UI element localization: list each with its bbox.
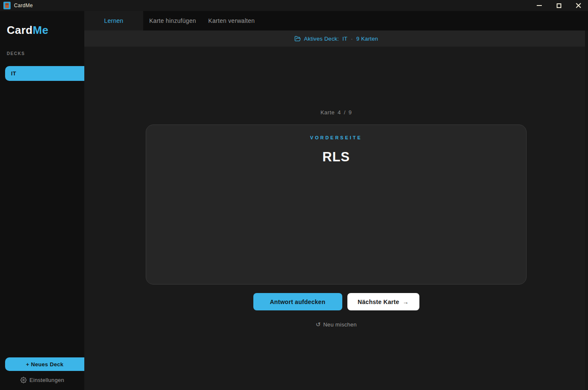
card-side-label: VORDERSEITE [310,135,362,140]
logo-part-1: Card [7,24,33,36]
app-icon-figure [5,3,9,8]
tabbar: Lernen Karte hinzufügen Karten verwalten [84,11,588,30]
next-card-button[interactable]: Nächste Karte → [347,293,419,310]
titlebar-title: CardMe [14,3,33,8]
sidebar: CardMe DECKS IT + Neues Deck Einstellung… [0,11,84,390]
tab-lernen[interactable]: Lernen [84,11,143,30]
decks-heading: DECKS [7,51,84,56]
scrollbar-track[interactable] [585,30,588,390]
maximize-button[interactable] [549,0,569,11]
titlebar-controls [530,0,588,11]
study-content: Karte 4 / 9 VORDERSEITE RLS Antwort aufd… [84,47,588,390]
reveal-answer-button[interactable]: Antwort aufdecken [253,293,342,310]
app-logo: CardMe [0,11,84,37]
counter-divider: / [344,109,346,116]
maximize-icon [557,3,561,8]
app-window: CardMe CardMe DECKS IT [0,0,588,390]
deck-list: IT [0,66,84,81]
card-counter: Karte 4 / 9 [320,109,352,116]
gear-icon [20,377,27,383]
active-deck-label: Aktives Deck: [304,36,339,42]
active-deck-card-count: 9 Karten [356,36,378,42]
new-deck-button[interactable]: + Neues Deck [5,357,84,371]
active-deck-separator: · [351,36,353,42]
shuffle-icon: ↺ [316,321,321,328]
minimize-button[interactable] [530,0,549,11]
counter-total: 9 [349,109,352,116]
close-button[interactable] [569,0,588,11]
active-deck-bar: Aktives Deck: IT · 9 Karten [84,30,588,47]
card-front-text: RLS [322,149,350,165]
folder-open-icon [294,36,301,42]
study-actions: Antwort aufdecken Nächste Karte → [253,293,419,310]
main-area: Lernen Karte hinzufügen Karten verwalten… [84,11,588,390]
logo-part-2: Me [33,24,48,36]
minimize-icon [537,5,542,6]
titlebar: CardMe [0,0,588,11]
deck-item-label: IT [11,70,17,77]
counter-prefix: Karte [320,109,335,116]
app-icon [3,2,11,9]
tab-karten-verwalten[interactable]: Karten verwalten [202,11,261,30]
counter-current: 4 [338,109,341,116]
settings-button[interactable]: Einstellungen [0,377,84,383]
next-card-label: Nächste Karte [358,299,399,305]
flashcard: VORDERSEITE RLS [146,124,527,285]
arrow-right-icon: → [402,299,408,305]
shuffle-label: Neu mischen [323,321,357,328]
settings-label: Einstellungen [30,377,64,383]
shuffle-button[interactable]: ↺ Neu mischen [316,321,357,328]
window-body: CardMe DECKS IT + Neues Deck Einstellung… [0,11,588,390]
active-deck-name: IT [342,36,347,42]
deck-item-it[interactable]: IT [5,66,84,81]
tab-karte-hinzufuegen[interactable]: Karte hinzufügen [143,11,202,30]
sidebar-spacer [0,81,84,357]
